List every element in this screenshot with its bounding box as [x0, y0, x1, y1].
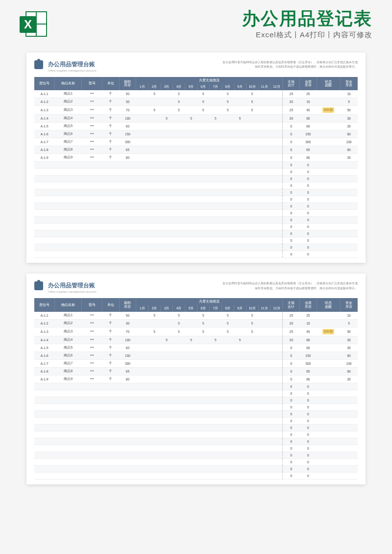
cell	[246, 417, 258, 424]
cell	[119, 452, 136, 458]
cell	[185, 251, 197, 258]
cell	[136, 472, 148, 479]
table-row: A-1-9商品9***个8008020	[34, 154, 358, 162]
cell: 300	[119, 138, 136, 146]
cell	[258, 106, 270, 115]
cell	[317, 465, 340, 472]
cell: 100	[341, 138, 358, 146]
cell	[197, 189, 209, 196]
cell	[173, 452, 185, 458]
cell	[34, 431, 55, 438]
cell: 0	[283, 203, 300, 210]
table-row-empty: 00	[34, 397, 358, 403]
puzzle-icon	[34, 281, 43, 290]
cell	[173, 169, 185, 176]
cell	[148, 383, 161, 390]
cell	[185, 210, 197, 217]
cell	[185, 237, 197, 244]
cell: 150	[299, 352, 317, 359]
cell	[148, 375, 161, 383]
cell	[197, 452, 209, 458]
col-header: 2月	[148, 305, 161, 312]
cell	[136, 106, 148, 115]
cell: 商品9	[55, 154, 82, 162]
cell	[161, 383, 173, 390]
cell	[209, 146, 221, 154]
cell	[102, 230, 120, 237]
cell: 0	[283, 123, 300, 130]
cell	[317, 352, 340, 359]
cell: 商品6	[55, 352, 82, 359]
cell	[234, 367, 246, 375]
cell	[102, 224, 120, 230]
cell: 0	[283, 367, 300, 375]
cell: 0	[283, 465, 300, 472]
cell	[270, 169, 283, 176]
cell	[161, 196, 173, 203]
cell	[148, 224, 161, 230]
cell	[148, 115, 161, 123]
cell: 30	[119, 98, 136, 106]
cell	[136, 169, 148, 176]
cell	[221, 237, 234, 244]
cell	[209, 390, 221, 397]
cell	[234, 176, 246, 182]
cell	[173, 352, 185, 359]
col-header: 支领合计	[283, 77, 300, 91]
cell	[185, 383, 197, 390]
cell: 5	[148, 312, 161, 320]
cell	[209, 237, 221, 244]
cell	[55, 410, 82, 417]
cell	[234, 458, 246, 465]
cell	[102, 390, 120, 397]
cell	[161, 146, 173, 154]
cell	[209, 352, 221, 359]
cell	[246, 169, 258, 176]
cell	[270, 410, 283, 417]
cell: 0	[283, 244, 300, 251]
cell	[234, 352, 246, 359]
cell: 5	[148, 106, 161, 115]
col-header: 2月	[148, 83, 161, 90]
cell	[173, 176, 185, 182]
cell	[246, 359, 258, 367]
cell	[185, 352, 197, 359]
cell	[173, 397, 185, 403]
cell	[82, 176, 102, 182]
cell	[148, 417, 161, 424]
cell	[197, 237, 209, 244]
cell	[119, 224, 136, 230]
cell	[102, 162, 120, 169]
cell: 5	[221, 327, 234, 336]
cell: 5	[148, 327, 161, 336]
cell	[185, 410, 197, 417]
cell	[317, 217, 340, 224]
cell	[341, 431, 358, 438]
cell	[185, 196, 197, 203]
cell	[161, 352, 173, 359]
cell	[197, 438, 209, 445]
cell: 商品1	[55, 90, 82, 98]
cell	[148, 210, 161, 217]
cell	[317, 169, 340, 176]
cell: 0	[283, 196, 300, 203]
cell	[341, 237, 358, 244]
cell	[234, 237, 246, 244]
col-header: 单位	[102, 77, 120, 91]
cell	[246, 244, 258, 251]
cell: 45	[299, 327, 317, 336]
cell	[136, 319, 148, 327]
cell: 20	[341, 154, 358, 162]
cell	[234, 98, 246, 106]
cell	[119, 182, 136, 189]
cell	[341, 472, 358, 479]
table-row-empty: 00	[34, 424, 358, 431]
cell	[258, 162, 270, 169]
spreadsheet-page-1: 办公用品管理台账Office supplies management accou…	[26, 52, 366, 263]
cell	[258, 367, 270, 375]
cell	[221, 162, 234, 169]
cell	[185, 390, 197, 397]
cell: 5	[246, 106, 258, 115]
cell	[270, 138, 283, 146]
cell: 5	[221, 319, 234, 327]
